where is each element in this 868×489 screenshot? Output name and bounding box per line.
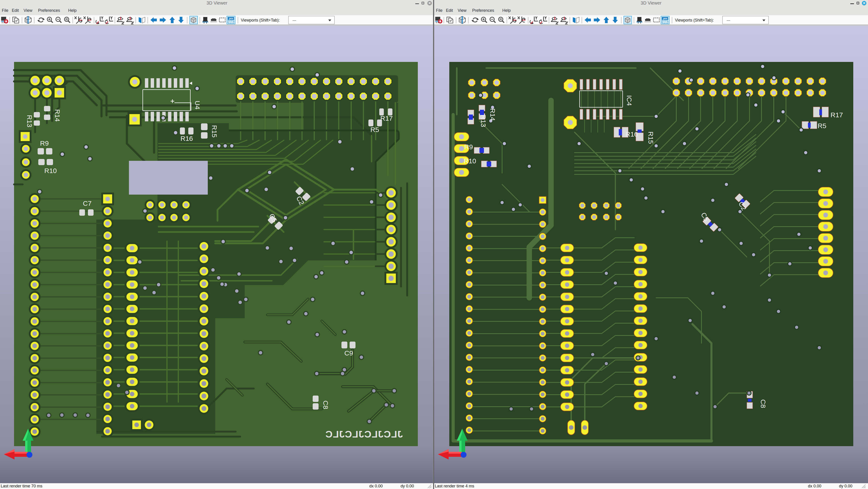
svg-text:R10: R10 bbox=[464, 157, 476, 165]
svg-text:Viewports (Shift+Tab):: Viewports (Shift+Tab): bbox=[241, 18, 280, 23]
svg-text:JLCJLCJLCJLC: JLCJLCJLCJLC bbox=[325, 429, 403, 439]
svg-text:R9: R9 bbox=[464, 143, 473, 151]
svg-text:R16: R16 bbox=[625, 131, 638, 138]
svg-text:IC4: IC4 bbox=[626, 95, 633, 106]
svg-text:Viewports (Shift+Tab):: Viewports (Shift+Tab): bbox=[675, 18, 714, 23]
svg-text:R10: R10 bbox=[44, 167, 57, 174]
svg-text:C7: C7 bbox=[83, 200, 92, 207]
svg-text:R14: R14 bbox=[54, 109, 61, 121]
svg-text:C8: C8 bbox=[760, 399, 767, 408]
svg-text:---: --- bbox=[292, 18, 296, 22]
svg-text:R9: R9 bbox=[40, 140, 49, 147]
svg-text:R16: R16 bbox=[180, 135, 193, 142]
svg-text:.pos: .pos bbox=[228, 17, 234, 20]
svg-text:C8: C8 bbox=[322, 401, 330, 409]
svg-text:R5: R5 bbox=[370, 126, 379, 133]
svg-text:R5: R5 bbox=[818, 122, 826, 130]
svg-text:U4: U4 bbox=[194, 101, 201, 109]
svg-text:R13: R13 bbox=[479, 115, 487, 127]
svg-text:R14: R14 bbox=[489, 108, 496, 121]
svg-text:R17: R17 bbox=[380, 115, 393, 122]
svg-text:R15: R15 bbox=[647, 131, 655, 144]
svg-text:R13: R13 bbox=[26, 115, 33, 127]
svg-text:R15: R15 bbox=[211, 125, 218, 138]
svg-text:---: --- bbox=[726, 18, 730, 22]
svg-text:C9: C9 bbox=[344, 349, 353, 357]
svg-text:R17: R17 bbox=[830, 111, 843, 119]
svg-text:.pos: .pos bbox=[663, 17, 668, 20]
